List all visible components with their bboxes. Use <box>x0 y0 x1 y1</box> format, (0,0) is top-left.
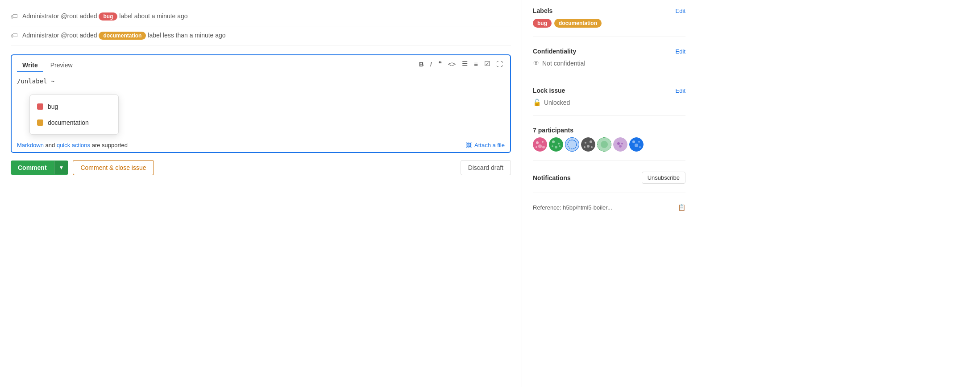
tag-icon-1: 🏷 <box>11 12 18 21</box>
participant-avatar-4 <box>581 137 595 152</box>
sidebar-documentation-label: documentation <box>554 19 602 28</box>
svg-point-15 <box>585 142 586 144</box>
svg-point-24 <box>621 143 623 144</box>
sidebar-labels-header: Labels Edit <box>533 7 685 14</box>
tag-icon-2: 🏷 <box>11 32 18 40</box>
unsubscribe-button[interactable]: Unsubscribe <box>642 172 685 184</box>
bug-color-dot <box>37 103 43 110</box>
eye-icon: 👁 <box>533 59 540 67</box>
svg-point-16 <box>590 140 592 143</box>
svg-point-14 <box>581 137 595 152</box>
task-list-button[interactable]: ☑ <box>482 59 492 69</box>
reference-row: Reference: h5bp/html5-boiler... 📋 <box>533 204 685 211</box>
sidebar-lock-header: Lock issue Edit <box>533 87 685 94</box>
sidebar-reference-section: Reference: h5bp/html5-boiler... 📋 <box>533 204 685 220</box>
markdown-link[interactable]: Markdown <box>17 142 44 148</box>
activity-text-2: Administrator @root added documentation … <box>22 32 226 40</box>
confidentiality-text: Not confidential <box>542 60 586 67</box>
sidebar-bug-label: bug <box>533 19 552 28</box>
sidebar-labels-edit[interactable]: Edit <box>676 8 685 14</box>
svg-point-5 <box>542 146 545 148</box>
footer-text: and quick actions are supported <box>46 142 128 148</box>
attach-file-label: Attach a file <box>474 142 505 148</box>
participant-avatar-2 <box>549 137 563 152</box>
sidebar-lock-title: Lock issue <box>533 87 565 94</box>
sidebar-labels-title: Labels <box>533 7 552 14</box>
tabs-row: Write Preview B I ❝ <> ☰ ≡ ☑ ⛶ <box>12 55 510 72</box>
attach-icon: 🖼 <box>466 142 472 148</box>
svg-point-6 <box>549 137 563 152</box>
attach-file-button[interactable]: 🖼 Attach a file <box>466 142 505 148</box>
participant-avatar-6 <box>613 137 627 152</box>
editor-area: /unlabel ~ bug documentation <box>12 72 510 138</box>
comment-close-button[interactable]: Comment & close issue <box>73 160 154 175</box>
tab-preview[interactable]: Preview <box>45 59 78 72</box>
svg-point-11 <box>559 145 561 147</box>
italic-button[interactable]: I <box>428 59 434 69</box>
activity-item-1: 🏷 Administrator @root added bug label ab… <box>11 7 511 26</box>
tab-write[interactable]: Write <box>17 59 43 72</box>
sidebar-participants-section: 7 participants <box>533 127 685 161</box>
bold-button[interactable]: B <box>417 59 426 69</box>
dropdown-bug-label: bug <box>48 103 58 110</box>
sidebar-confidentiality-section: Confidentiality Edit 👁 Not confidential <box>533 48 685 76</box>
svg-point-17 <box>587 145 590 148</box>
svg-point-23 <box>617 142 620 145</box>
comment-button-group: Comment ▼ <box>11 161 68 175</box>
actions-row: Comment ▼ Comment & close issue Discard … <box>11 160 511 175</box>
labels-row: bug documentation <box>533 19 685 28</box>
svg-point-18 <box>584 146 586 148</box>
quote-button[interactable]: ❝ <box>436 59 444 69</box>
sidebar-notifications-section: Notifications Unsubscribe <box>533 172 685 193</box>
bullet-list-button[interactable]: ☰ <box>460 59 469 69</box>
comment-tabs: Write Preview <box>12 55 83 72</box>
discard-draft-button[interactable]: Discard draft <box>461 160 511 175</box>
dropdown-item-bug[interactable]: bug <box>30 99 118 115</box>
label-dropdown: bug documentation <box>29 95 119 135</box>
svg-point-4 <box>536 146 537 148</box>
sidebar-confidentiality-value: 👁 Not confidential <box>533 59 685 67</box>
fullscreen-button[interactable]: ⛶ <box>494 59 505 69</box>
sidebar-confidentiality-header: Confidentiality Edit <box>533 48 685 55</box>
svg-point-7 <box>552 140 555 143</box>
sidebar-confidentiality-title: Confidentiality <box>533 48 576 55</box>
code-button[interactable]: <> <box>446 59 458 69</box>
numbered-list-button[interactable]: ≡ <box>472 59 480 69</box>
copy-reference-button[interactable]: 📋 <box>678 204 685 211</box>
comment-dropdown-button[interactable]: ▼ <box>54 161 69 174</box>
svg-point-21 <box>601 141 608 148</box>
sidebar: Labels Edit bug documentation Confidenti… <box>522 0 696 387</box>
participants-count: 7 participants <box>533 127 685 134</box>
comment-submit-button[interactable]: Comment <box>11 161 54 175</box>
svg-point-22 <box>613 137 627 152</box>
documentation-color-dot <box>37 119 43 126</box>
sidebar-lock-section: Lock issue Edit 🔓 Unlocked <box>533 87 685 116</box>
svg-point-27 <box>632 140 635 143</box>
svg-point-12 <box>565 137 579 152</box>
svg-point-9 <box>555 146 557 148</box>
main-content: 🏷 Administrator @root added bug label ab… <box>0 0 522 387</box>
comment-box: Write Preview B I ❝ <> ☰ ≡ ☑ ⛶ /unlabel … <box>11 54 511 153</box>
dropdown-documentation-label: documentation <box>48 119 89 126</box>
activity-item-2: 🏷 Administrator @root added documentatio… <box>11 26 511 45</box>
bug-badge-1: bug <box>99 12 117 21</box>
participant-avatar-1 <box>533 137 547 152</box>
participants-row <box>533 137 685 152</box>
participant-avatar-3 <box>565 137 579 152</box>
participant-avatar-7 <box>629 137 644 152</box>
editor-toolbar: B I ❝ <> ☰ ≡ ☑ ⛶ <box>412 56 510 71</box>
participant-avatar-5 <box>597 137 611 152</box>
svg-point-25 <box>619 145 622 148</box>
svg-point-30 <box>639 146 641 148</box>
sidebar-labels-section: Labels Edit bug documentation <box>533 7 685 37</box>
svg-point-19 <box>591 146 593 148</box>
svg-point-8 <box>558 143 560 144</box>
dropdown-item-documentation[interactable]: documentation <box>30 115 118 131</box>
sidebar-confidentiality-edit[interactable]: Edit <box>676 48 685 55</box>
sidebar-notifications-title: Notifications <box>533 174 571 181</box>
quick-actions-link[interactable]: quick actions <box>57 142 90 148</box>
reference-text: Reference: h5bp/html5-boiler... <box>533 204 612 211</box>
documentation-badge-1: documentation <box>99 32 146 40</box>
sidebar-lock-edit[interactable]: Edit <box>676 87 685 94</box>
activity-text-1: Administrator @root added bug label abou… <box>22 12 188 21</box>
